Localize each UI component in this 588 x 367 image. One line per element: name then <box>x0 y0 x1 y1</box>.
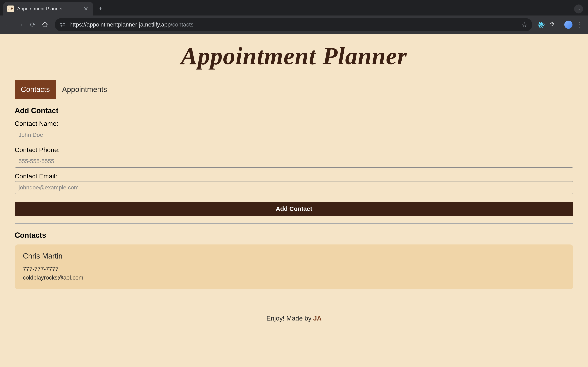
add-contact-heading: Add Contact <box>15 106 573 115</box>
home-button[interactable] <box>40 20 50 30</box>
svg-rect-4 <box>62 26 65 26</box>
tabs-dropdown-icon[interactable]: ⌄ <box>574 4 583 13</box>
svg-point-6 <box>541 24 542 25</box>
nav-tabs: Contacts Appointments <box>15 80 573 99</box>
address-bar[interactable]: https://appointmentplanner-ja.netlify.ap… <box>55 18 532 31</box>
svg-rect-1 <box>63 23 65 24</box>
tab-appointments[interactable]: Appointments <box>56 80 113 99</box>
tab-title: Appointment Planner <box>17 6 79 12</box>
contact-card-email: coldplayrocks@aol.com <box>23 273 565 282</box>
contact-card-phone: 777-777-7777 <box>23 265 565 273</box>
extensions-icon[interactable] <box>548 21 556 29</box>
tab-bar: AP Appointment Planner ✕ + ⌄ <box>0 0 588 16</box>
close-tab-icon[interactable]: ✕ <box>82 6 89 12</box>
site-settings-icon[interactable] <box>60 22 65 27</box>
contact-card: Chris Martin 777-777-7777 coldplayrocks@… <box>15 244 573 289</box>
contact-email-input[interactable] <box>15 181 573 194</box>
svg-rect-0 <box>60 23 62 24</box>
contact-card-name: Chris Martin <box>23 252 565 260</box>
footer: Enjoy! Made by JA <box>15 294 573 326</box>
contact-phone-label: Contact Phone: <box>15 146 573 154</box>
favicon: AP <box>7 6 14 12</box>
add-contact-button[interactable]: Add Contact <box>15 202 573 216</box>
reload-button[interactable]: ⟳ <box>28 20 38 30</box>
footer-author-link[interactable]: JA <box>313 315 321 322</box>
new-tab-button[interactable]: + <box>96 5 104 13</box>
bookmark-star-icon[interactable]: ☆ <box>521 21 527 29</box>
section-divider <box>15 223 573 224</box>
tab-contacts[interactable]: Contacts <box>15 80 56 99</box>
svg-point-2 <box>62 23 63 24</box>
toolbar-divider <box>560 21 560 29</box>
url-text: https://appointmentplanner-ja.netlify.ap… <box>69 21 517 28</box>
contact-name-input[interactable] <box>15 129 573 141</box>
react-devtools-icon[interactable] <box>537 21 545 29</box>
contact-phone-input[interactable] <box>15 155 573 167</box>
page-content: Appointment Planner Contacts Appointment… <box>0 34 588 367</box>
svg-point-5 <box>61 25 62 26</box>
page-title: Appointment Planner <box>15 34 573 80</box>
contact-name-label: Contact Name: <box>15 120 573 127</box>
browser-toolbar: ← → ⟳ https://appointmentplanner-ja.netl… <box>0 16 588 34</box>
back-button[interactable]: ← <box>3 20 13 30</box>
browser-chrome: AP Appointment Planner ✕ + ⌄ ← → ⟳ <box>0 0 588 34</box>
contact-email-label: Contact Email: <box>15 173 573 180</box>
footer-text: Enjoy! Made by <box>267 315 313 322</box>
browser-tab[interactable]: AP Appointment Planner ✕ <box>3 2 93 16</box>
profile-avatar[interactable] <box>564 21 572 29</box>
browser-menu-icon[interactable]: ⋮ <box>575 20 585 30</box>
contacts-heading: Contacts <box>15 231 573 240</box>
forward-button[interactable]: → <box>16 20 25 30</box>
